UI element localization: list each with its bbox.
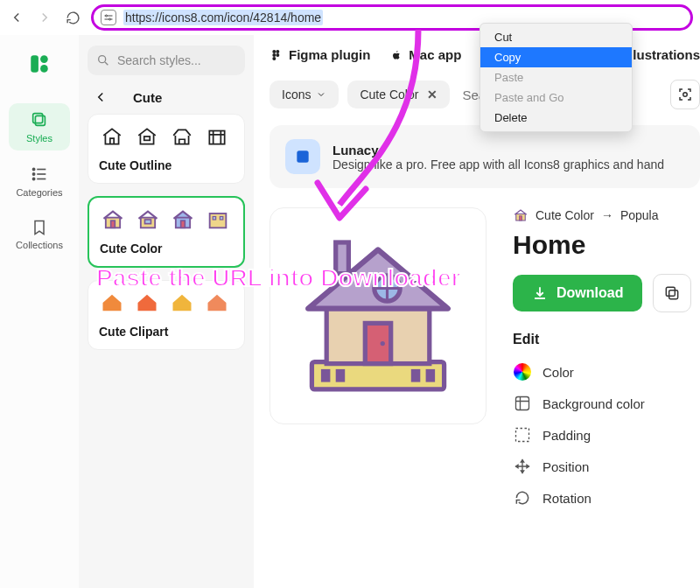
svg-rect-42	[669, 290, 678, 299]
rail-collections[interactable]: Collections	[9, 212, 70, 257]
svg-point-24	[272, 53, 276, 57]
forward-button[interactable]	[35, 8, 54, 27]
mac-app-link[interactable]: Mac app	[389, 47, 461, 62]
svg-rect-44	[516, 397, 529, 410]
background-icon	[513, 394, 532, 413]
site-settings-icon[interactable]	[101, 10, 116, 25]
style-card-cute-clipart[interactable]: Cute Clipart	[88, 280, 245, 350]
position-icon	[513, 457, 532, 476]
figma-plugin-link[interactable]: Figma plugin	[270, 47, 370, 62]
svg-point-3	[40, 55, 48, 63]
svg-rect-30	[321, 369, 331, 382]
style-card-cute-color[interactable]: Cute Color	[88, 196, 245, 268]
svg-rect-38	[365, 323, 390, 363]
svg-rect-2	[31, 55, 38, 73]
icon-title: Home	[513, 230, 700, 260]
svg-point-7	[32, 168, 34, 170]
house-clipart-icon	[134, 290, 160, 316]
svg-rect-12	[209, 131, 224, 144]
edit-position[interactable]: Position	[513, 451, 700, 482]
color-wheel-icon	[514, 363, 531, 381]
visual-search-button[interactable]	[670, 80, 700, 109]
download-label: Download	[556, 285, 623, 301]
close-icon[interactable]: ✕	[427, 88, 438, 102]
house-outline-icon	[134, 123, 160, 150]
building-color-icon	[205, 206, 231, 233]
svg-rect-43	[667, 287, 676, 296]
download-button[interactable]: Download	[513, 275, 642, 312]
context-paste: Paste	[480, 67, 632, 88]
svg-rect-31	[336, 369, 346, 382]
scan-icon	[677, 87, 693, 102]
svg-point-8	[32, 173, 34, 175]
svg-point-25	[276, 53, 279, 57]
promo-body: Design like a pro. Free app with all Ico…	[332, 158, 664, 172]
edit-bg-color[interactable]: Background color	[513, 388, 700, 419]
house-clipart-icon	[169, 290, 195, 316]
chevron-down-icon	[316, 89, 326, 100]
mac-app-label: Mac app	[409, 47, 461, 62]
style-card-cute-outline[interactable]: Cute Outline	[88, 114, 245, 184]
main-content: Figma plugin Mac app Illustrations Icons…	[254, 35, 700, 588]
breadcrumb-popular[interactable]: Popula	[620, 208, 659, 222]
svg-point-26	[272, 57, 276, 60]
search-styles-placeholder: Search styles...	[117, 53, 201, 67]
edit-rotation-label: Rotation	[542, 491, 592, 506]
lunacy-promo[interactable]: Lunacy Design like a pro. Free app with …	[270, 125, 700, 188]
back-icon[interactable]	[93, 89, 108, 105]
svg-rect-20	[213, 217, 216, 220]
house-outline-icon	[99, 123, 125, 150]
left-rail: Styles Categories Collections	[0, 35, 79, 588]
edit-color-label: Color	[542, 365, 574, 380]
svg-rect-33	[426, 369, 436, 382]
svg-rect-36	[336, 242, 349, 274]
url-text[interactable]: https://icons8.com/icon/42814/home	[123, 10, 323, 25]
back-button[interactable]	[7, 8, 26, 27]
svg-point-9	[32, 178, 34, 179]
house-outline-icon	[169, 123, 195, 150]
context-paste-and-go: Paste and Go	[480, 88, 632, 108]
svg-rect-14	[111, 220, 116, 228]
edit-rotation[interactable]: Rotation	[513, 482, 700, 514]
icons8-logo[interactable]	[26, 51, 52, 77]
edit-padding-label: Padding	[542, 428, 591, 443]
search-icon	[96, 53, 110, 67]
svg-rect-41	[520, 216, 522, 220]
filter-chip-label: Cute Color	[360, 88, 418, 102]
home-icon-large	[286, 224, 470, 408]
rail-collections-label: Collections	[16, 240, 63, 250]
house-mini-icon	[513, 207, 528, 223]
context-menu: Cut Copy Paste Paste and Go Delete	[480, 23, 633, 132]
edit-color[interactable]: Color	[513, 356, 700, 388]
house-clipart-icon	[99, 290, 125, 316]
edit-bg-label: Background color	[542, 396, 645, 411]
lunacy-icon	[285, 139, 320, 174]
style-card-label: Cute Clipart	[99, 325, 234, 339]
rail-styles[interactable]: Styles	[9, 103, 70, 150]
svg-point-1	[109, 18, 111, 20]
context-cut[interactable]: Cut	[480, 27, 632, 47]
apple-icon	[389, 48, 403, 62]
filter-chip-cute-color[interactable]: Cute Color ✕	[347, 80, 450, 108]
svg-rect-32	[411, 369, 421, 382]
context-delete[interactable]: Delete	[480, 108, 632, 128]
edit-padding[interactable]: Padding	[513, 419, 700, 451]
reload-button[interactable]	[63, 8, 82, 27]
breadcrumb-style[interactable]: Cute Color	[536, 208, 594, 222]
svg-rect-19	[210, 214, 227, 228]
rail-categories-label: Categories	[16, 187, 62, 198]
svg-point-10	[99, 56, 106, 63]
icons-dropdown[interactable]: Icons	[270, 80, 339, 108]
figma-plugin-label: Figma plugin	[289, 47, 370, 62]
svg-rect-18	[181, 220, 186, 228]
building-outline-icon	[204, 123, 230, 150]
illustrations-link[interactable]: Illustrations	[626, 47, 700, 62]
svg-rect-45	[516, 429, 529, 442]
context-copy[interactable]: Copy	[480, 47, 632, 67]
rail-categories[interactable]: Categories	[9, 158, 70, 205]
svg-point-0	[106, 15, 108, 17]
copy-button[interactable]	[653, 274, 691, 312]
house-color-icon	[135, 206, 161, 233]
svg-point-4	[40, 65, 48, 73]
search-styles-input[interactable]: Search styles...	[88, 46, 245, 75]
